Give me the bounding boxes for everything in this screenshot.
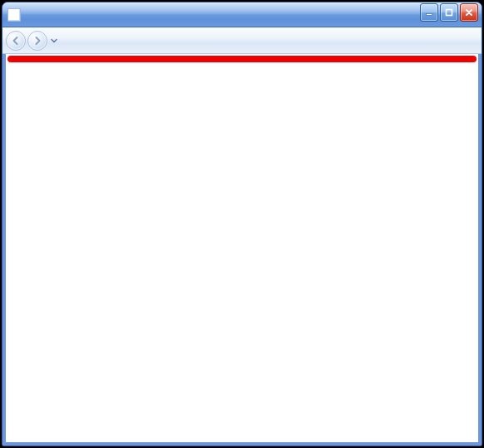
minimize-icon (425, 8, 433, 17)
content-area (2, 54, 482, 446)
arrow-left-icon (11, 36, 21, 46)
chevron-down-icon (51, 37, 57, 44)
back-button[interactable] (6, 31, 26, 51)
close-button[interactable] (460, 3, 478, 22)
arrow-right-icon (32, 36, 42, 46)
close-icon (465, 8, 473, 17)
maximize-icon (445, 8, 453, 17)
recent-pages-dropdown[interactable] (49, 31, 59, 51)
minimize-button[interactable] (420, 3, 438, 22)
forward-button[interactable] (27, 31, 47, 51)
maximize-button[interactable] (440, 3, 458, 22)
window-controls (420, 3, 478, 22)
navigation-toolbar (2, 27, 482, 54)
svg-rect-1 (447, 10, 452, 16)
svg-rect-0 (427, 14, 432, 16)
title-bar[interactable] (2, 2, 482, 27)
red-horizontal-bar (7, 56, 477, 62)
application-window (2, 2, 482, 446)
app-icon (7, 8, 21, 22)
